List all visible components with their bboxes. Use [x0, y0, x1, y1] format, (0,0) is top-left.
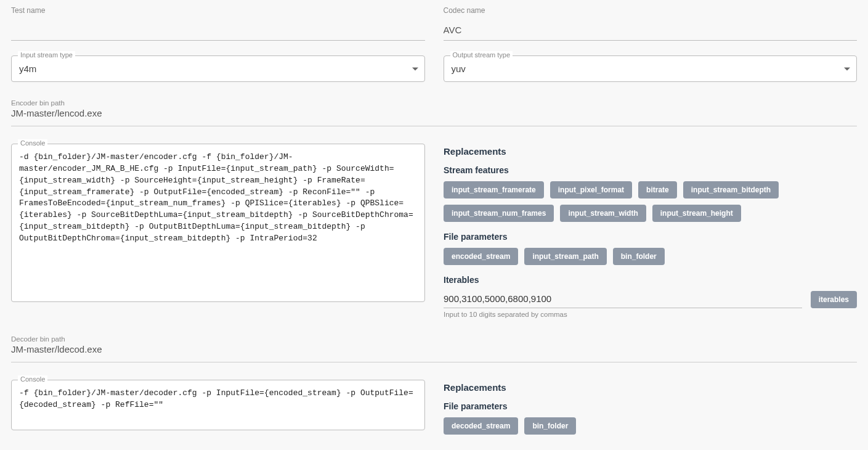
encoder-file-params-chips: encoded_stream input_stream_path bin_fol…: [444, 248, 857, 265]
output-stream-type-select[interactable]: Output stream type yuv: [444, 55, 858, 82]
decoder-console-box[interactable]: Console -f {bin_folder}/JM-master/decode…: [11, 380, 425, 430]
decoder-file-params-chips: decoded_stream bin_folder: [444, 417, 857, 435]
iterables-title: Iterables: [444, 275, 857, 285]
codec-name-label: Codec name: [444, 6, 858, 15]
stream-features-chips: input_stream_framerate input_pixel_forma…: [444, 181, 857, 222]
chip-encoded-stream[interactable]: encoded_stream: [444, 248, 518, 265]
test-name-input[interactable]: [11, 16, 425, 41]
encoder-console-box[interactable]: Console -d {bin_folder}/JM-master/encode…: [11, 144, 425, 302]
decoder-bin-path-label: Decoder bin path: [11, 335, 857, 343]
chip-bin-folder[interactable]: bin_folder: [613, 248, 665, 265]
codec-name-input[interactable]: [444, 16, 858, 41]
chip-input-stream-num-frames[interactable]: input_stream_num_frames: [444, 205, 554, 222]
chip-bin-folder-2[interactable]: bin_folder: [524, 417, 576, 435]
output-stream-type-label: Output stream type: [450, 51, 513, 59]
chip-iterables[interactable]: iterables: [811, 291, 857, 308]
input-stream-type-select[interactable]: Input stream type y4m: [11, 55, 425, 82]
chip-bitrate[interactable]: bitrate: [638, 181, 677, 198]
decoder-bin-path-input[interactable]: JM-master/ldecod.exe: [11, 343, 857, 359]
encoder-console-text[interactable]: -d {bin_folder}/JM-master/encoder.cfg -f…: [12, 144, 424, 301]
chip-input-stream-path[interactable]: input_stream_path: [524, 248, 606, 265]
encoder-bin-path-label: Encoder bin path: [11, 99, 857, 107]
chip-input-stream-width[interactable]: input_stream_width: [560, 205, 646, 222]
iterables-input[interactable]: [444, 291, 802, 308]
decoder-replacements-title: Replacements: [444, 382, 857, 393]
chevron-down-icon: [844, 67, 850, 70]
chip-input-stream-bitdepth[interactable]: input_stream_bitdepth: [683, 181, 779, 198]
decoder-console-label: Console: [18, 375, 47, 383]
encoder-console-label: Console: [18, 139, 47, 147]
chip-input-stream-framerate[interactable]: input_stream_framerate: [444, 181, 544, 198]
chip-input-pixel-format[interactable]: input_pixel_format: [550, 181, 632, 198]
decoder-file-params-title: File parameters: [444, 401, 857, 411]
input-stream-type-value: y4m: [12, 56, 424, 81]
chevron-down-icon: [412, 67, 418, 70]
encoder-file-params-title: File parameters: [444, 232, 857, 242]
stream-features-title: Stream features: [444, 165, 857, 175]
chip-input-stream-height[interactable]: input_stream_height: [652, 205, 741, 222]
input-stream-type-label: Input stream type: [18, 51, 75, 59]
encoder-replacements-title: Replacements: [444, 146, 857, 157]
test-name-label: Test name: [11, 6, 425, 15]
iterables-helper: Input to 10 digits separated by commas: [444, 311, 857, 318]
decoder-console-text[interactable]: -f {bin_folder}/JM-master/decoder.cfg -p…: [12, 380, 424, 430]
encoder-bin-path-input[interactable]: JM-master/lencod.exe: [11, 107, 857, 123]
chip-decoded-stream[interactable]: decoded_stream: [444, 417, 518, 435]
output-stream-type-value: yuv: [444, 56, 857, 81]
